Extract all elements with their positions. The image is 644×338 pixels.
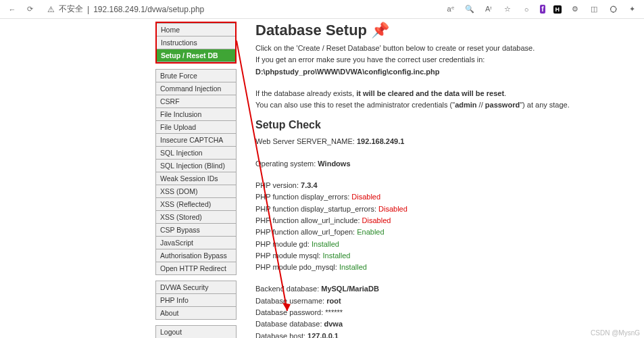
main-content: Database Setup 📌 Click on the 'Create / … [237, 19, 644, 338]
nav-group-vulns: Brute ForceCommand InjectionCSRFFile Inc… [155, 69, 237, 275]
sidebar-item-instructions[interactable]: Instructions [157, 36, 235, 49]
extensions-icon[interactable]: ⚙ [570, 4, 580, 15]
sidebar-item-sql-injection-blind-[interactable]: SQL Injection (Blind) [155, 159, 237, 172]
sidebar-item-xss-reflected-[interactable]: XSS (Reflected) [155, 197, 237, 210]
back-icon[interactable]: ← [7, 4, 18, 15]
display-errors: PHP function display_errors: Disabled [255, 192, 630, 201]
sidebar-item-logout[interactable]: Logout [155, 325, 237, 338]
nav-group-logout: Logout [155, 325, 237, 338]
extension-purple-icon[interactable]: f [540, 5, 545, 14]
sidebar-item-command-injection[interactable]: Command Injection [155, 82, 237, 95]
refresh-icon[interactable]: ⟳ [24, 4, 35, 15]
sidebar-item-about[interactable]: About [155, 306, 237, 320]
db-name: Database database: dvwa [255, 319, 630, 329]
php-version: PHP version: 7.3.4 [255, 180, 630, 190]
gd: PHP module gd: Installed [255, 239, 630, 249]
browser-toolbar: ← ⟳ ⚠ 不安全 | 192.168.249.1/dvwa/setup.php… [0, 0, 644, 19]
pin-icon: 📌 [371, 22, 389, 39]
sidebar-item-open-http-redirect[interactable]: Open HTTP Redirect [155, 262, 237, 275]
page-title: Database Setup 📌 [255, 22, 630, 39]
sidebar-item-xss-stored-[interactable]: XSS (Stored) [155, 210, 237, 223]
sidebar-item-sql-injection[interactable]: SQL Injection [155, 146, 237, 159]
url-fopen: PHP function allow_url_fopen: Enabled [255, 227, 630, 237]
db-user: Database username: root [255, 296, 630, 306]
sidebar-item-brute-force[interactable]: Brute Force [155, 69, 237, 82]
sidebar-item-setup-reset-db[interactable]: Setup / Reset DB [157, 49, 235, 62]
nav-group-main: HomeInstructionsSetup / Reset DB [157, 23, 235, 62]
watermark: CSDN @MysnG [591, 329, 640, 337]
db-host: Database host: 127.0.0.1 [255, 331, 630, 338]
zoom-icon[interactable]: 🔍 [464, 4, 475, 15]
config-path: D:\phpstudy_pro\WWW\DVWA\config\config.i… [255, 67, 630, 76]
sidebar-item-php-info[interactable]: PHP Info [155, 293, 237, 306]
collections-icon[interactable]: 🞆 [608, 4, 618, 15]
os: Operating system: Windows [255, 159, 630, 168]
copilot-icon[interactable]: ✦ [626, 4, 637, 15]
extension-black-icon[interactable]: H [553, 5, 562, 14]
sidebar-item-csrf[interactable]: CSRF [155, 95, 237, 107]
mysql-mod: PHP module mysql: Installed [255, 251, 630, 260]
sidebar-item-authorisation-bypass[interactable]: Authorisation Bypass [155, 249, 237, 262]
security-label: 不安全 [59, 3, 83, 15]
backend: Backend database: MySQL/MariaDB [255, 284, 630, 293]
security-warning-icon: ⚠ [47, 5, 55, 14]
favorites-icon[interactable]: ☆ [502, 4, 513, 15]
sidebar: HomeInstructionsSetup / Reset DB Brute F… [155, 22, 237, 338]
sync-icon[interactable]: ○ [521, 4, 532, 15]
url-include: PHP function allow_url_include: Disabled [255, 216, 630, 225]
voice-icon[interactable]: aᵉ [445, 4, 456, 15]
sidebar-item-javascript[interactable]: JavaScript [155, 236, 237, 249]
nav-group-meta: DVWA SecurityPHP InfoAbout [155, 281, 237, 320]
warning-line-2: You can also use this to reset the admin… [255, 100, 630, 110]
url-separator: | [87, 5, 89, 14]
pdo: PHP module pdo_mysql: Installed [255, 262, 630, 272]
startup-errors: PHP function display_startup_errors: Dis… [255, 204, 630, 214]
intro-line-1: Click on the 'Create / Reset Database' b… [255, 43, 630, 53]
sidebar-highlight-box: HomeInstructionsSetup / Reset DB [155, 22, 237, 64]
intro-line-2: If you get an error make sure you have t… [255, 55, 630, 64]
db-pass: Database password: ****** [255, 308, 630, 317]
url-text: 192.168.249.1/dvwa/setup.php [93, 5, 204, 14]
address-bar[interactable]: ⚠ 不安全 | 192.168.249.1/dvwa/setup.php [47, 3, 440, 15]
sidebar-item-xss-dom-[interactable]: XSS (DOM) [155, 185, 237, 197]
warning-line: If the database already exists, it will … [255, 89, 630, 98]
split-icon[interactable]: ◫ [589, 4, 599, 15]
sidebar-item-weak-session-ids[interactable]: Weak Session IDs [155, 172, 237, 185]
sidebar-item-file-upload[interactable]: File Upload [155, 120, 237, 133]
sidebar-item-insecure-captcha[interactable]: Insecure CAPTCHA [155, 133, 237, 146]
sidebar-item-csp-bypass[interactable]: CSP Bypass [155, 223, 237, 236]
server-name: Web Server SERVER_NAME: 192.168.249.1 [255, 137, 630, 146]
read-aloud-icon[interactable]: Aᶦ [483, 4, 494, 15]
setup-check-title: Setup Check [255, 119, 630, 131]
sidebar-item-dvwa-security[interactable]: DVWA Security [155, 281, 237, 293]
sidebar-item-file-inclusion[interactable]: File Inclusion [155, 107, 237, 120]
sidebar-item-home[interactable]: Home [157, 23, 235, 36]
